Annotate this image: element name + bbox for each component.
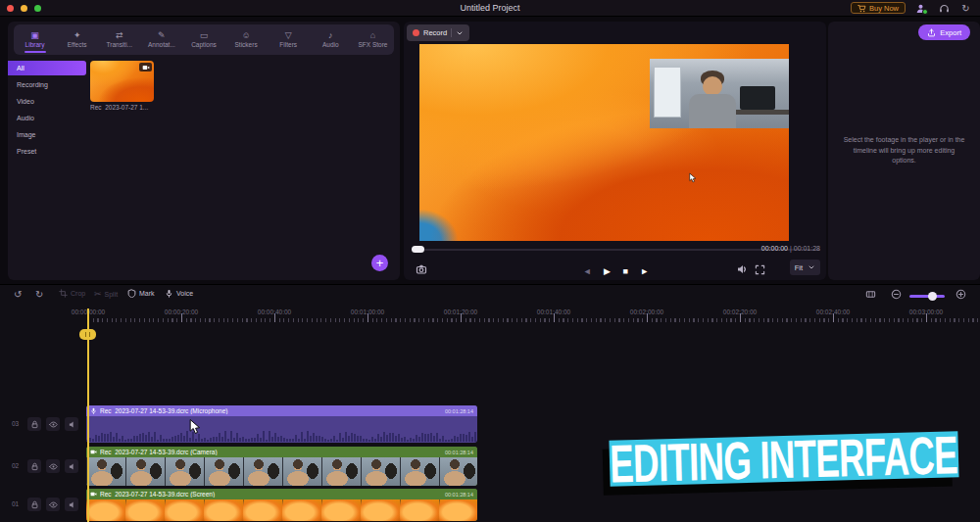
redo-button[interactable]: ↻ — [35, 289, 43, 300]
zoom-slider-handle[interactable] — [928, 292, 937, 301]
voice-button[interactable]: Voice — [165, 289, 193, 298]
tab-sfx-store[interactable]: ⌂ SFX Store — [352, 24, 394, 55]
zoom-in-icon — [956, 289, 966, 300]
toggle-visibility-button[interactable] — [46, 417, 60, 431]
tab-captions[interactable]: ▭ Captions — [182, 24, 224, 55]
next-frame-button[interactable]: ► — [640, 266, 649, 276]
volume-button[interactable] — [736, 261, 748, 276]
sidebar-item-video[interactable]: Video — [8, 94, 86, 109]
timeline-clip-microphone[interactable]: Rec_2023-07-27 14-53-39.dcrc (Microphone… — [86, 405, 477, 443]
current-time: 00:00:00 — [761, 245, 788, 252]
player-panel: Record 00:00:00 | 00:01:28 — [404, 22, 826, 280]
microphone-icon — [90, 407, 97, 414]
play-icon: ▶ — [604, 266, 611, 276]
progress-handle[interactable] — [412, 246, 424, 253]
track-header-03: 03 — [0, 417, 82, 431]
zoom-in-button[interactable] — [956, 289, 966, 300]
cart-icon — [858, 4, 866, 13]
player-controls: ◄ ▶ ■ ► Fit — [412, 260, 820, 277]
timeline-clip-camera[interactable]: Rec_2023-07-27 14-53-39.dcrc (Camera) 00… — [86, 447, 477, 486]
previous-frame-button[interactable]: ◄ — [583, 266, 592, 276]
sidebar-item-all[interactable]: All — [8, 61, 86, 75]
undo-icon: ↺ — [14, 289, 22, 300]
tab-filters[interactable]: ▽ Filters — [268, 24, 310, 55]
lock-track-button[interactable] — [27, 459, 41, 473]
headset-icon — [939, 3, 950, 14]
ruler-label: 00:01:40:00 — [537, 308, 570, 315]
sidebar-item-recording[interactable]: Recording — [8, 77, 86, 92]
editing-interface-banner: EDITING INTERFACE — [609, 431, 958, 486]
lock-icon — [30, 462, 39, 471]
library-icon: ▣ — [30, 31, 39, 40]
next-frame-icon: ► — [640, 266, 649, 276]
tab-audio[interactable]: ♪ Audio — [310, 24, 352, 55]
speaker-icon — [68, 462, 76, 471]
stop-button[interactable]: ■ — [622, 266, 627, 276]
lock-icon — [30, 500, 39, 509]
progress-track[interactable] — [412, 249, 820, 251]
zoom-out-button[interactable] — [891, 289, 902, 300]
timeline-zoom-slider[interactable] — [909, 295, 945, 298]
mute-track-button[interactable] — [65, 498, 78, 511]
track-header-02: 02 — [0, 459, 82, 473]
titlebar: Untitled Project Buy Now ↻ — [0, 0, 980, 17]
export-button[interactable]: Export — [918, 24, 970, 40]
support-button[interactable] — [938, 2, 951, 15]
sidebar-item-preset[interactable]: Preset — [8, 144, 86, 159]
track-number: 03 — [12, 420, 19, 427]
mute-track-button[interactable] — [65, 459, 78, 473]
mark-button[interactable]: Mark — [127, 289, 155, 298]
fit-timeline-icon — [865, 289, 876, 300]
toggle-visibility-button[interactable] — [46, 459, 60, 473]
eye-icon — [49, 462, 58, 471]
lock-track-button[interactable] — [27, 498, 41, 511]
split-button[interactable]: ✂ Split — [94, 289, 118, 299]
tab-annotations[interactable]: ✎ Annotat... — [140, 24, 182, 55]
sidebar-item-audio[interactable]: Audio — [8, 111, 86, 125]
ruler-label: 00:01:20:00 — [444, 308, 477, 315]
lock-icon — [30, 420, 39, 429]
media-item-thumbnail[interactable] — [90, 61, 154, 102]
mouse-cursor-preview — [689, 172, 698, 183]
sync-button[interactable]: ↻ — [959, 2, 972, 15]
fit-timeline-button[interactable] — [865, 289, 876, 300]
timeline-clip-screen[interactable]: Rec_2023-07-27 14-53-39.dcrc (Screen) 00… — [86, 489, 477, 521]
ruler-label: 00:01:00:00 — [351, 308, 384, 315]
tab-library[interactable]: ▣ Library — [14, 24, 56, 55]
zoom-out-icon — [891, 289, 902, 300]
fullscreen-icon — [755, 264, 765, 275]
chevron-down-icon — [808, 263, 815, 271]
clip-header: Rec_2023-07-27 14-53-39.dcrc (Screen) 00… — [86, 489, 477, 499]
tab-effects[interactable]: ✦ Effects — [56, 24, 98, 55]
tab-stickers[interactable]: ☺ Stickers — [225, 24, 268, 55]
buy-now-button[interactable]: Buy Now — [851, 2, 906, 14]
tab-transitions[interactable]: ⇄ Transiti... — [98, 24, 140, 55]
video-preview[interactable] — [419, 44, 789, 241]
account-button[interactable] — [914, 2, 927, 15]
record-button[interactable]: Record — [407, 24, 469, 41]
playhead-handle[interactable] — [79, 329, 96, 340]
microphone-voice-icon — [165, 289, 173, 298]
stickers-icon: ☺ — [242, 31, 251, 40]
ruler-label: 00:00:40:00 — [258, 308, 291, 315]
play-button[interactable]: ▶ — [604, 266, 611, 276]
fullscreen-button[interactable] — [755, 261, 765, 276]
webcam-person-body — [689, 94, 736, 128]
ruler-label: 00:00:20:00 — [165, 308, 198, 315]
mute-track-button[interactable] — [65, 417, 78, 431]
zoom-fit-dropdown[interactable]: Fit — [790, 260, 820, 275]
toggle-visibility-button[interactable] — [46, 498, 60, 511]
timeline-ruler[interactable]: 00:00:00:00 00:00:20:00 00:00:40:00 00:0… — [0, 308, 980, 323]
sync-icon: ↻ — [961, 3, 969, 14]
sidebar-item-image[interactable]: Image — [8, 127, 86, 142]
webcam-overlay[interactable] — [650, 59, 789, 128]
webcam-person-face — [703, 76, 722, 96]
undo-button[interactable]: ↺ — [14, 289, 22, 300]
app-window: Untitled Project Buy Now ↻ ▣ Library ✦ E… — [0, 0, 980, 522]
lock-track-button[interactable] — [27, 417, 41, 431]
speaker-icon — [68, 500, 76, 509]
add-media-button[interactable]: + — [371, 255, 388, 271]
split-icon: ✂ — [94, 289, 102, 299]
crop-button[interactable]: Crop — [59, 289, 85, 298]
eye-icon — [49, 420, 58, 429]
